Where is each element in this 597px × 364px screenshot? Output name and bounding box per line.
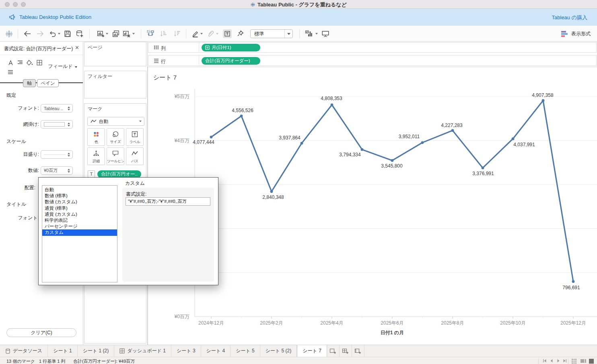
format-option[interactable]: パーセンテージ: [42, 223, 117, 229]
presentation-mode-button[interactable]: [321, 29, 330, 39]
highlight-pen-icon: [191, 30, 199, 38]
new-story-tab-button[interactable]: [352, 345, 364, 357]
format-option[interactable]: 自動: [42, 187, 117, 193]
filters-shelf[interactable]: フィルター: [84, 71, 146, 98]
mark-labels-icon: [305, 30, 313, 38]
first-page-button[interactable]: [542, 358, 547, 363]
path-button[interactable]: パス: [126, 147, 144, 165]
sheet-tab-シート3[interactable]: シート 3: [171, 345, 201, 357]
undo-dropdown-caret[interactable]: [58, 33, 60, 35]
fit-mode-select[interactable]: 標準: [250, 29, 293, 38]
font-select[interactable]: Tableau ..: [41, 104, 73, 112]
show-mark-labels-toggle[interactable]: [223, 29, 232, 38]
ticks-select[interactable]: [41, 150, 73, 159]
format-option[interactable]: カスタム: [42, 229, 117, 235]
columns-pill[interactable]: 月(日付1): [202, 44, 260, 51]
format-string-input[interactable]: [126, 197, 210, 206]
filmstrip-view-button[interactable]: [580, 358, 587, 364]
rows-pill[interactable]: 合計(百万円オーダー): [202, 57, 260, 65]
svg-text:¥5百万: ¥5百万: [174, 94, 189, 99]
highlight-button[interactable]: [190, 29, 200, 39]
fields-dropdown[interactable]: フィールド: [48, 63, 77, 70]
tooltip-button[interactable]: ツールヒント: [107, 147, 124, 165]
svg-text:4,077,444: 4,077,444: [193, 139, 214, 145]
show-labels-caret[interactable]: [315, 33, 318, 35]
new-worksheet-button[interactable]: [96, 29, 105, 39]
numbers-select[interactable]: ¥0百万: [41, 166, 73, 175]
sort-descending-icon: [174, 30, 181, 37]
add-data-button[interactable]: [75, 29, 84, 39]
sheet-tab-シート1[interactable]: シート 1: [48, 345, 78, 357]
detail-button[interactable]: 詳細: [87, 147, 105, 165]
highlight-dropdown-caret[interactable]: [200, 33, 203, 35]
format-alignment-button[interactable]: [16, 59, 24, 67]
single-view-icon: [589, 358, 594, 364]
size-button[interactable]: サイズ: [107, 128, 124, 146]
fix-axes-button[interactable]: [235, 29, 245, 39]
tab-pane[interactable]: ペイン: [37, 79, 59, 87]
show-labels-button[interactable]: [304, 29, 314, 39]
sheet-tab-シート52[interactable]: シート 5 (2): [260, 345, 297, 357]
sheet-tab-ダッシュボード1[interactable]: ダッシュボード 1: [114, 345, 171, 357]
label-icon: [131, 131, 138, 138]
shading-select[interactable]: [41, 120, 73, 129]
format-option[interactable]: 数値 (カスタム): [42, 199, 117, 205]
columns-shelf[interactable]: 列 月(日付1): [148, 42, 597, 53]
format-option[interactable]: 通貨 (標準): [42, 205, 117, 211]
format-option[interactable]: 科学的表記: [42, 217, 117, 223]
sheet-tab-シート12[interactable]: シート 1 (2): [78, 345, 115, 357]
duplicate-sheet-button[interactable]: [111, 29, 121, 39]
back-button[interactable]: [23, 29, 32, 39]
label-chip-icon[interactable]: T: [88, 170, 95, 178]
format-option[interactable]: 通貨 (カスタム): [42, 211, 117, 217]
last-page-button[interactable]: [562, 358, 567, 363]
aggregate-summary: 合計(百万円オーダー): ¥49百万: [73, 358, 135, 364]
svg-text:2024年12月: 2024年12月: [198, 320, 224, 326]
undo-icon: [49, 30, 56, 37]
new-sheet-dropdown-caret[interactable]: [106, 33, 108, 35]
clear-sheet-icon: [123, 30, 130, 38]
rows-icon: [154, 58, 159, 64]
rows-shelf[interactable]: 行 合計(百万円オーダー): [148, 55, 597, 66]
format-borders-button[interactable]: [35, 59, 43, 67]
sort-descending-button[interactable]: [173, 29, 182, 39]
save-button[interactable]: [63, 29, 72, 39]
new-dashboard-tab-button[interactable]: [340, 345, 352, 357]
single-view-button[interactable]: [589, 358, 594, 364]
new-worksheet-tab-button[interactable]: [327, 345, 340, 357]
tooltip-icon: [112, 150, 119, 157]
color-button[interactable]: 色: [87, 128, 105, 146]
format-lines-button[interactable]: [6, 68, 14, 76]
tab-axis[interactable]: 軸: [23, 79, 36, 87]
pages-shelf[interactable]: ページ: [84, 42, 146, 66]
grid-view-button[interactable]: [571, 358, 577, 364]
swap-axes-button[interactable]: [146, 29, 155, 39]
sheet-tab-シート5[interactable]: シート 5: [231, 345, 260, 357]
clear-sheet-button[interactable]: [121, 29, 131, 39]
sort-ascending-button[interactable]: [159, 29, 169, 39]
paperclip-icon: [207, 30, 214, 37]
sheet-tab-シート4[interactable]: シート 4: [201, 345, 231, 357]
next-page-button[interactable]: [556, 358, 561, 363]
forward-button[interactable]: [35, 29, 45, 39]
attach-button[interactable]: [206, 29, 215, 39]
buy-tableau-link[interactable]: Tableau の購入: [552, 14, 587, 21]
svg-text:3,794,334: 3,794,334: [339, 152, 361, 157]
clear-button[interactable]: クリア(C): [6, 328, 76, 337]
show-me-button[interactable]: 表示形式: [561, 29, 591, 38]
attach-dropdown-caret[interactable]: [216, 33, 218, 35]
format-panel-header: 書式設定: 合計(百万円オーダー) ✕: [0, 42, 83, 55]
close-format-panel-button[interactable]: ✕: [75, 45, 79, 51]
label-button[interactable]: ラベル: [126, 128, 144, 146]
format-shading-button[interactable]: [25, 59, 33, 67]
tableau-home-button[interactable]: [4, 29, 14, 39]
clear-dropdown-caret[interactable]: [132, 33, 135, 35]
undo-button[interactable]: [47, 29, 57, 39]
format-font-button[interactable]: [6, 59, 14, 67]
prev-page-button[interactable]: [549, 358, 554, 363]
mark-type-select[interactable]: 自動: [87, 117, 144, 126]
sheet-tab-データソース[interactable]: データソース: [0, 345, 48, 357]
sheet-tab-シート7[interactable]: シート 7: [297, 345, 327, 357]
format-option[interactable]: 数値 (標準): [42, 193, 117, 199]
borders-icon: [37, 60, 42, 65]
